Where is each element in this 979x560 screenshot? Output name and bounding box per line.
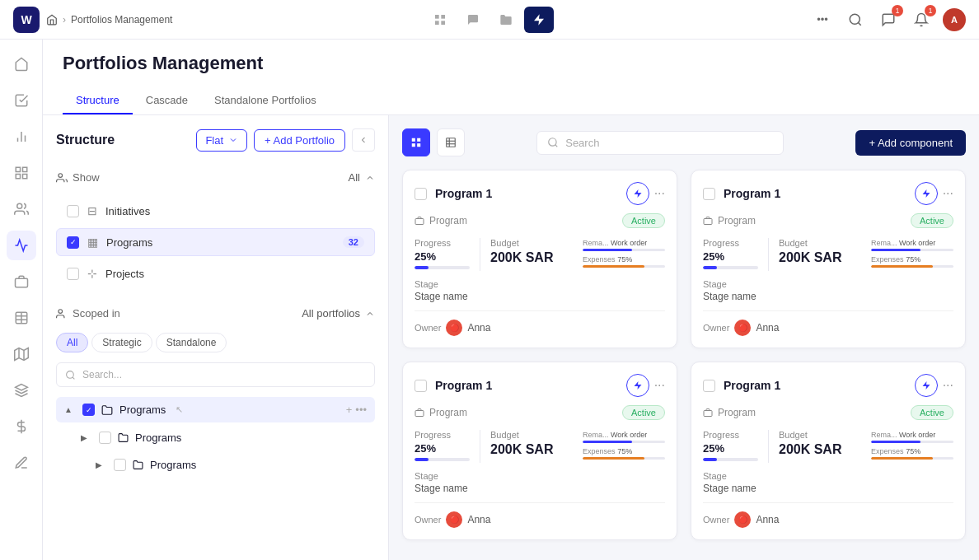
card-3-stage: Stage Stage name (415, 471, 665, 494)
card-1-more-btn[interactable]: ··· (654, 186, 665, 201)
right-search-bar (536, 131, 784, 155)
flat-dropdown[interactable]: Flat (196, 129, 247, 152)
card-1-status: Active (622, 213, 665, 228)
filter-projects[interactable]: ⊹ Projects (56, 259, 375, 287)
scoped-label: Scoped in (73, 307, 120, 320)
user-avatar[interactable]: A (943, 8, 966, 31)
filter-initiatives[interactable]: ⊟ Initiatives (56, 197, 375, 225)
sidebar-edit-icon[interactable] (7, 448, 36, 478)
tab-standalone-portfolios[interactable]: Standalone Portfolios (201, 87, 330, 114)
sidebar-table-icon[interactable] (7, 303, 36, 333)
card-1-checkbox[interactable] (415, 188, 427, 200)
card-4-metrics: Progress 25% Budget 200K SAR (703, 430, 953, 463)
svg-rect-10 (16, 167, 20, 171)
projects-checkbox[interactable] (67, 268, 79, 280)
initiatives-icon: ⊟ (87, 204, 97, 217)
card-3-more-btn[interactable]: ··· (654, 378, 665, 393)
scope-search-input[interactable] (82, 369, 366, 380)
tree-grandchild-programs[interactable]: ▶ Programs (56, 453, 375, 477)
card-2-owner-avatar: 🔴 (734, 320, 751, 336)
card-2-expenses-label: Expenses 75% (871, 254, 953, 268)
nav-grid-icon[interactable] (425, 7, 455, 33)
card-4-checkbox[interactable] (703, 380, 715, 392)
scope-tab-strategic[interactable]: Strategic (91, 333, 152, 352)
tab-structure[interactable]: Structure (63, 87, 133, 114)
collapse-panel-button[interactable] (352, 128, 375, 152)
table-view-btn[interactable] (437, 128, 465, 156)
card-3-title: Program 1 (435, 379, 492, 392)
messages-btn[interactable]: 1 (877, 8, 900, 31)
tree-container: ▲ Programs ↖ + ••• ▶ Pro (56, 397, 375, 477)
card-2-checkbox[interactable] (703, 188, 715, 200)
tree-programs-checkbox[interactable] (82, 404, 95, 416)
svg-rect-3 (441, 21, 445, 25)
svg-rect-33 (447, 138, 456, 147)
right-panel: + Add component Program 1 (389, 115, 979, 560)
more-options-btn[interactable]: ••• (811, 8, 834, 31)
nav-folder-icon[interactable] (491, 7, 521, 33)
sidebar-check-icon[interactable] (7, 86, 36, 115)
scope-tab-all[interactable]: All (56, 333, 88, 352)
card-4-type: Program (703, 407, 756, 418)
initiatives-checkbox[interactable] (67, 205, 79, 217)
svg-rect-31 (412, 143, 415, 147)
card-2-status: Active (911, 213, 953, 228)
svg-marker-23 (15, 385, 27, 391)
tree-grandchild-checkbox[interactable] (114, 459, 126, 471)
scoped-section: Scoped in All portfolios All Strategic S… (56, 301, 375, 477)
card-4-flash-btn[interactable] (915, 374, 938, 397)
breadcrumb-sep: › (63, 14, 66, 26)
sidebar-chart-icon[interactable] (7, 122, 36, 152)
nav-lightning-icon[interactable] (524, 7, 554, 33)
tree-child-checkbox-1[interactable] (99, 432, 111, 444)
nav-chat-icon[interactable] (458, 7, 488, 33)
tree-more-btn[interactable]: ••• (355, 404, 367, 416)
sidebar-dollar-icon[interactable] (7, 412, 36, 441)
app-logo[interactable]: W (13, 7, 40, 33)
card-2-header: Program 1 ··· (703, 182, 953, 205)
tree-child-programs-1[interactable]: ▶ Programs (56, 426, 375, 450)
flash-icon-4 (921, 380, 931, 390)
filter-programs[interactable]: ▦ Programs 32 (56, 228, 375, 256)
card-1-flash-btn[interactable] (626, 182, 649, 205)
sidebar-map-icon[interactable] (7, 339, 36, 369)
right-search-input[interactable] (565, 137, 773, 149)
sidebar-cube-icon[interactable] (7, 376, 36, 405)
card-3-flash-btn[interactable] (626, 374, 649, 397)
svg-rect-11 (22, 167, 26, 171)
all-label: All (349, 171, 360, 184)
card-1-title: Program 1 (435, 187, 492, 200)
sidebar-people-icon[interactable] (7, 194, 36, 224)
right-search-icon (547, 137, 559, 148)
card-3-checkbox[interactable] (415, 380, 427, 392)
programs-checkbox[interactable] (67, 236, 79, 249)
card-2-more-btn[interactable]: ··· (943, 186, 953, 201)
scope-tab-standalone[interactable]: Standalone (156, 333, 227, 352)
tree-child-expand-icon: ▶ (81, 433, 92, 442)
bell-btn[interactable]: 1 (910, 8, 933, 31)
grid-view-btn[interactable] (402, 128, 430, 156)
card-1-header: Program 1 ··· (415, 182, 665, 205)
add-portfolio-button[interactable]: + Add Portfolio (254, 129, 345, 152)
svg-rect-12 (16, 175, 20, 179)
sidebar-grid-icon[interactable] (7, 158, 36, 188)
sidebar-bar-chart-icon[interactable] (7, 231, 36, 260)
card-1-type-row: Program Active (415, 213, 665, 228)
tree-child-folder-icon (118, 432, 129, 443)
card-4-more-btn[interactable]: ··· (943, 378, 953, 393)
tree-add-btn[interactable]: + (346, 404, 353, 416)
scope-search-box (56, 362, 375, 387)
add-component-button[interactable]: + Add component (855, 130, 966, 156)
tab-cascade[interactable]: Cascade (133, 87, 201, 114)
card-4-actions: ··· (915, 374, 953, 397)
card-2-flash-btn[interactable] (915, 182, 938, 205)
sidebar-briefcase-icon[interactable] (7, 267, 36, 296)
tree-item-programs[interactable]: ▲ Programs ↖ + ••• (56, 397, 375, 422)
card-4-type-row: Program Active (703, 405, 953, 420)
sidebar-home-icon[interactable] (7, 49, 36, 79)
svg-point-5 (850, 14, 860, 24)
search-btn[interactable] (844, 8, 867, 31)
svg-line-6 (858, 22, 860, 25)
program-icon-4 (703, 408, 713, 418)
card-2-metrics: Progress 25% Budget 200K SAR (703, 238, 953, 271)
